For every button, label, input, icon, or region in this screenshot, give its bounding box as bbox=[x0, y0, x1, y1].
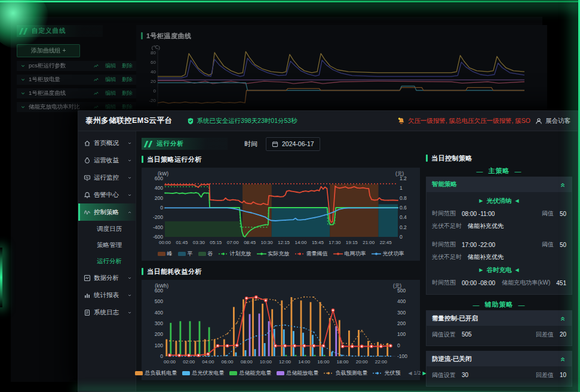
legend-item[interactable]: 谷 bbox=[198, 250, 213, 258]
delete-link[interactable]: 删除 bbox=[122, 62, 133, 70]
legend-item[interactable]: 实际充放 bbox=[257, 250, 290, 258]
legend-item[interactable]: 计划充放 bbox=[219, 250, 251, 258]
legend-item[interactable]: 总储能充电量 bbox=[229, 369, 271, 377]
curve-label: 1号柜放电量 bbox=[29, 76, 90, 84]
svg-text:-200: -200 bbox=[153, 214, 163, 220]
demand-control-card: 需量控制-已开启 阈值设置 505 回差值 20 bbox=[426, 310, 572, 346]
line-chart-icon[interactable] bbox=[93, 91, 99, 96]
line-chart-icon[interactable] bbox=[93, 104, 99, 110]
sidebar-item-revenue[interactable]: 运营收益 bbox=[78, 152, 136, 169]
legend-item[interactable]: 电网功率 bbox=[333, 250, 366, 258]
edit-link[interactable]: 编辑 bbox=[105, 62, 116, 70]
smart-strategy-card: 智能策略 ▶ 光伏消纳 ◀ bbox=[426, 177, 572, 295]
main-strategy-divider: — 主策略 — bbox=[426, 166, 572, 177]
svg-text:1.2: 1.2 bbox=[400, 175, 407, 181]
legend-item[interactable]: 平 bbox=[178, 250, 193, 258]
sidebar-item-label: 运营收益 bbox=[94, 156, 119, 165]
svg-text:17:30: 17:30 bbox=[329, 240, 341, 245]
sidebar-item-system-logs[interactable]: 系统日志 bbox=[78, 304, 136, 321]
anti-backflow-card-header[interactable]: 防逆流-已关闭 bbox=[426, 351, 572, 366]
delete-link[interactable]: 删除 bbox=[122, 76, 133, 84]
legend-item[interactable]: 总储能放电量 bbox=[277, 369, 318, 377]
pulse-chart-icon bbox=[84, 274, 91, 282]
svg-text:20:00: 20:00 bbox=[356, 359, 369, 365]
chevron-down-icon bbox=[20, 77, 26, 82]
sidebar-subitem-dispatch-calendar[interactable]: 调度日历 bbox=[78, 221, 136, 237]
sidebar-item-label: 运行监控 bbox=[94, 174, 119, 182]
sidebar-item-data-analysis[interactable]: 数据分析 bbox=[78, 269, 136, 286]
line-chart-icon[interactable] bbox=[93, 77, 99, 82]
svg-text:400: 400 bbox=[155, 185, 163, 191]
legend-item[interactable]: 负载预测电量 bbox=[324, 369, 367, 377]
edit-link[interactable]: 编辑 bbox=[105, 89, 116, 97]
svg-text:200: 200 bbox=[155, 331, 163, 337]
svg-text:08:00: 08:00 bbox=[241, 359, 253, 365]
legend-line-swatch bbox=[295, 252, 305, 256]
svg-text:200: 200 bbox=[397, 320, 406, 326]
collapse-icon[interactable] bbox=[559, 181, 566, 188]
svg-text:0.2: 0.2 bbox=[400, 224, 407, 230]
sidebar-item-reports[interactable]: 统计报表 bbox=[78, 286, 136, 304]
legend-next-page-icon[interactable]: ▶ bbox=[422, 371, 426, 376]
money-bag-icon bbox=[84, 157, 91, 164]
svg-text:0: 0 bbox=[400, 234, 403, 240]
svg-text:15:45: 15:45 bbox=[312, 240, 324, 245]
legend-item[interactable]: 总负载耗电量 bbox=[135, 369, 177, 377]
strategy-row: 阈值设置 30 回差值 10 bbox=[432, 369, 566, 381]
sidebar-item-home[interactable]: 首页概况 bbox=[78, 134, 136, 152]
user-account[interactable]: 展会访客 bbox=[535, 117, 570, 125]
legend-line-swatch bbox=[333, 252, 343, 256]
ems-main-window: 泰州多储联控EMS云平台 系统已安全运行398天23时01分53秒 欠压一级报警… bbox=[78, 110, 578, 392]
legend-swatch bbox=[198, 252, 206, 256]
curve-list-item[interactable]: pcs柜运行参数 编辑 删除 bbox=[17, 61, 136, 71]
curve-list-item[interactable]: 1号柜放电量 编辑 删除 bbox=[17, 75, 136, 85]
sidebar-item-monitoring[interactable]: 运行监控 bbox=[78, 169, 136, 186]
legend-item[interactable]: 光伏功率 bbox=[372, 250, 404, 258]
demand-control-card-header[interactable]: 需量控制-已开启 bbox=[426, 311, 572, 326]
waveform-icon bbox=[84, 209, 91, 216]
svg-text:400: 400 bbox=[397, 298, 406, 304]
app-title: 泰州多储联控EMS云平台 bbox=[85, 116, 173, 126]
svg-text:-100: -100 bbox=[397, 353, 407, 359]
curve-list-item[interactable]: 1号柜温度曲线 编辑 删除 bbox=[17, 88, 136, 98]
svg-text:22:00: 22:00 bbox=[375, 359, 388, 365]
svg-text:06:00: 06:00 bbox=[222, 359, 234, 365]
legend-item[interactable]: 总光伏发电量 bbox=[182, 369, 224, 377]
svg-text:10:00: 10:00 bbox=[260, 359, 272, 365]
legend-line-swatch bbox=[219, 252, 228, 256]
delete-link[interactable]: 删除 bbox=[122, 89, 133, 97]
svg-text:08:45: 08:45 bbox=[244, 240, 256, 245]
line-chart-icon[interactable] bbox=[93, 63, 99, 69]
curve-label: pcs柜运行参数 bbox=[29, 62, 90, 70]
legend-item[interactable]: 需量阈值 bbox=[295, 250, 328, 258]
legend-prev-page-icon[interactable]: ◀ bbox=[408, 371, 412, 376]
user-icon bbox=[535, 118, 542, 125]
collapse-icon[interactable] bbox=[559, 356, 566, 362]
chevron-down-icon bbox=[127, 193, 132, 197]
strategy-row: 时间范围 17:00 -22:00 阈值 50 bbox=[432, 239, 566, 251]
user-label: 展会访客 bbox=[545, 117, 570, 125]
svg-text:-20: -20 bbox=[149, 98, 156, 103]
chevron-down-icon bbox=[127, 276, 132, 280]
sidebar-item-alarms[interactable]: 告警中心 bbox=[78, 186, 136, 203]
sidebar-item-control-strategy[interactable]: 控制策略 bbox=[78, 203, 136, 221]
date-picker[interactable]: 2024-06-17 bbox=[266, 137, 320, 151]
legend-item[interactable]: 光伏预 bbox=[373, 369, 400, 377]
alarm-bell-icon bbox=[397, 117, 406, 125]
calendar-icon bbox=[272, 141, 278, 147]
legend-item[interactable]: 峰 bbox=[158, 250, 173, 258]
chevron-down-icon bbox=[20, 63, 26, 69]
monitor-icon bbox=[84, 174, 91, 181]
alarm-ticker[interactable]: 欠压一级报警, 簇总电压欠压一级报警, 簇SO bbox=[397, 117, 530, 125]
collapse-icon[interactable] bbox=[559, 315, 566, 322]
sidebar-subitem-run-analysis[interactable]: 运行分析 bbox=[78, 253, 136, 269]
edit-link[interactable]: 编辑 bbox=[105, 76, 116, 84]
smart-strategy-card-header[interactable]: 智能策略 bbox=[426, 177, 572, 192]
strategy-row: 时间范围 00:00 -08:00 储能充电功率(kW) 451 bbox=[432, 277, 566, 289]
svg-text:21:00: 21:00 bbox=[363, 240, 375, 245]
svg-text:18:00: 18:00 bbox=[337, 359, 349, 365]
sidebar-subitem-strategy-management[interactable]: 策略管理 bbox=[78, 237, 136, 253]
glow-border-top bbox=[0, 1, 580, 2]
svg-text:80: 80 bbox=[151, 50, 156, 55]
screenshot-stage: 自定义曲线 添加曲线组 + pcs柜运行参数 编辑 删除 1号柜放电量 编辑 删… bbox=[0, 0, 580, 392]
